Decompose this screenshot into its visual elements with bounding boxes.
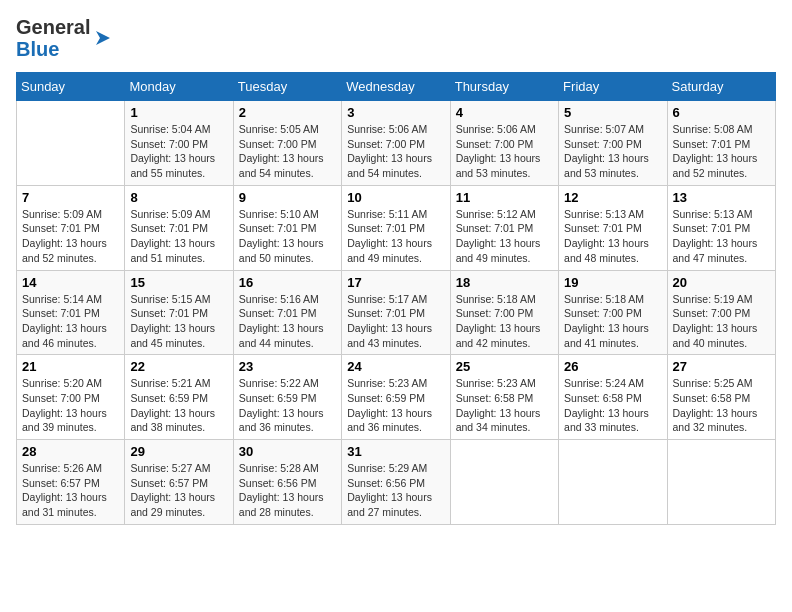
cell-info: Daylight: 13 hours — [347, 406, 444, 421]
cell-info: Sunrise: 5:09 AM — [22, 207, 119, 222]
cell-info: Daylight: 13 hours — [673, 406, 770, 421]
calendar-cell: 15Sunrise: 5:15 AMSunset: 7:01 PMDayligh… — [125, 270, 233, 355]
day-number: 2 — [239, 105, 336, 120]
cell-info: and 53 minutes. — [456, 166, 553, 181]
day-number: 31 — [347, 444, 444, 459]
day-header-sunday: Sunday — [17, 73, 125, 101]
cell-info: Daylight: 13 hours — [564, 406, 661, 421]
cell-info: Sunset: 6:58 PM — [456, 391, 553, 406]
cell-info: Sunrise: 5:22 AM — [239, 376, 336, 391]
day-number: 23 — [239, 359, 336, 374]
calendar-cell: 23Sunrise: 5:22 AMSunset: 6:59 PMDayligh… — [233, 355, 341, 440]
day-header-tuesday: Tuesday — [233, 73, 341, 101]
cell-info: and 29 minutes. — [130, 505, 227, 520]
cell-info: and 38 minutes. — [130, 420, 227, 435]
cell-info: Sunset: 6:58 PM — [673, 391, 770, 406]
cell-info: Sunrise: 5:07 AM — [564, 122, 661, 137]
cell-info: Daylight: 13 hours — [239, 236, 336, 251]
cell-info: and 44 minutes. — [239, 336, 336, 351]
day-number: 6 — [673, 105, 770, 120]
cell-info: and 28 minutes. — [239, 505, 336, 520]
cell-info: and 45 minutes. — [130, 336, 227, 351]
day-number: 19 — [564, 275, 661, 290]
cell-info: Daylight: 13 hours — [456, 151, 553, 166]
cell-info: Daylight: 13 hours — [239, 490, 336, 505]
cell-info: Sunset: 7:01 PM — [347, 221, 444, 236]
day-number: 13 — [673, 190, 770, 205]
cell-info: Sunset: 7:00 PM — [456, 137, 553, 152]
cell-info: Sunset: 6:59 PM — [347, 391, 444, 406]
cell-info: Sunrise: 5:23 AM — [456, 376, 553, 391]
day-number: 28 — [22, 444, 119, 459]
calendar-cell: 18Sunrise: 5:18 AMSunset: 7:00 PMDayligh… — [450, 270, 558, 355]
day-number: 8 — [130, 190, 227, 205]
cell-info: Daylight: 13 hours — [22, 406, 119, 421]
calendar-cell: 19Sunrise: 5:18 AMSunset: 7:00 PMDayligh… — [559, 270, 667, 355]
cell-info: Sunrise: 5:13 AM — [673, 207, 770, 222]
calendar-cell: 9Sunrise: 5:10 AMSunset: 7:01 PMDaylight… — [233, 185, 341, 270]
day-number: 22 — [130, 359, 227, 374]
calendar-cell: 20Sunrise: 5:19 AMSunset: 7:00 PMDayligh… — [667, 270, 775, 355]
cell-info: and 49 minutes. — [347, 251, 444, 266]
cell-info: Sunrise: 5:20 AM — [22, 376, 119, 391]
cell-info: Sunset: 7:01 PM — [456, 221, 553, 236]
cell-info: Sunset: 7:00 PM — [130, 137, 227, 152]
cell-info: Sunset: 7:00 PM — [456, 306, 553, 321]
cell-info: Sunrise: 5:05 AM — [239, 122, 336, 137]
cell-info: and 42 minutes. — [456, 336, 553, 351]
svg-marker-0 — [96, 31, 110, 45]
cell-info: Sunrise: 5:17 AM — [347, 292, 444, 307]
cell-info: Sunrise: 5:18 AM — [564, 292, 661, 307]
cell-info: Sunrise: 5:10 AM — [239, 207, 336, 222]
calendar-cell: 6Sunrise: 5:08 AMSunset: 7:01 PMDaylight… — [667, 101, 775, 186]
cell-info: Sunrise: 5:27 AM — [130, 461, 227, 476]
cell-info: Daylight: 13 hours — [130, 151, 227, 166]
cell-info: Daylight: 13 hours — [673, 236, 770, 251]
cell-info: and 36 minutes. — [347, 420, 444, 435]
day-number: 15 — [130, 275, 227, 290]
calendar-cell: 7Sunrise: 5:09 AMSunset: 7:01 PMDaylight… — [17, 185, 125, 270]
day-number: 14 — [22, 275, 119, 290]
cell-info: and 48 minutes. — [564, 251, 661, 266]
day-number: 29 — [130, 444, 227, 459]
calendar-cell: 10Sunrise: 5:11 AMSunset: 7:01 PMDayligh… — [342, 185, 450, 270]
cell-info: Sunset: 7:01 PM — [22, 306, 119, 321]
calendar-cell: 28Sunrise: 5:26 AMSunset: 6:57 PMDayligh… — [17, 440, 125, 525]
day-number: 9 — [239, 190, 336, 205]
cell-info: Sunset: 7:01 PM — [239, 221, 336, 236]
day-number: 20 — [673, 275, 770, 290]
cell-info: and 50 minutes. — [239, 251, 336, 266]
cell-info: Sunrise: 5:08 AM — [673, 122, 770, 137]
cell-info: Sunset: 7:01 PM — [564, 221, 661, 236]
cell-info: Daylight: 13 hours — [22, 490, 119, 505]
cell-info: Sunrise: 5:28 AM — [239, 461, 336, 476]
cell-info: Daylight: 13 hours — [564, 151, 661, 166]
cell-info: and 47 minutes. — [673, 251, 770, 266]
cell-info: Sunrise: 5:15 AM — [130, 292, 227, 307]
day-header-saturday: Saturday — [667, 73, 775, 101]
cell-info: Sunset: 6:57 PM — [22, 476, 119, 491]
cell-info: Sunset: 7:01 PM — [130, 306, 227, 321]
cell-info: Daylight: 13 hours — [347, 490, 444, 505]
cell-info: Sunrise: 5:24 AM — [564, 376, 661, 391]
day-number: 3 — [347, 105, 444, 120]
logo-text-general: General — [16, 16, 90, 38]
calendar-cell: 31Sunrise: 5:29 AMSunset: 6:56 PMDayligh… — [342, 440, 450, 525]
cell-info: Daylight: 13 hours — [130, 236, 227, 251]
day-number: 30 — [239, 444, 336, 459]
cell-info: Daylight: 13 hours — [673, 321, 770, 336]
cell-info: Daylight: 13 hours — [456, 321, 553, 336]
cell-info: Sunrise: 5:26 AM — [22, 461, 119, 476]
day-number: 18 — [456, 275, 553, 290]
calendar-cell: 3Sunrise: 5:06 AMSunset: 7:00 PMDaylight… — [342, 101, 450, 186]
calendar-cell: 11Sunrise: 5:12 AMSunset: 7:01 PMDayligh… — [450, 185, 558, 270]
cell-info: Sunset: 7:01 PM — [239, 306, 336, 321]
cell-info: Sunrise: 5:18 AM — [456, 292, 553, 307]
day-number: 27 — [673, 359, 770, 374]
cell-info: Sunset: 6:56 PM — [347, 476, 444, 491]
cell-info: Sunset: 6:59 PM — [239, 391, 336, 406]
day-number: 26 — [564, 359, 661, 374]
cell-info: and 49 minutes. — [456, 251, 553, 266]
calendar-cell: 21Sunrise: 5:20 AMSunset: 7:00 PMDayligh… — [17, 355, 125, 440]
day-number: 11 — [456, 190, 553, 205]
